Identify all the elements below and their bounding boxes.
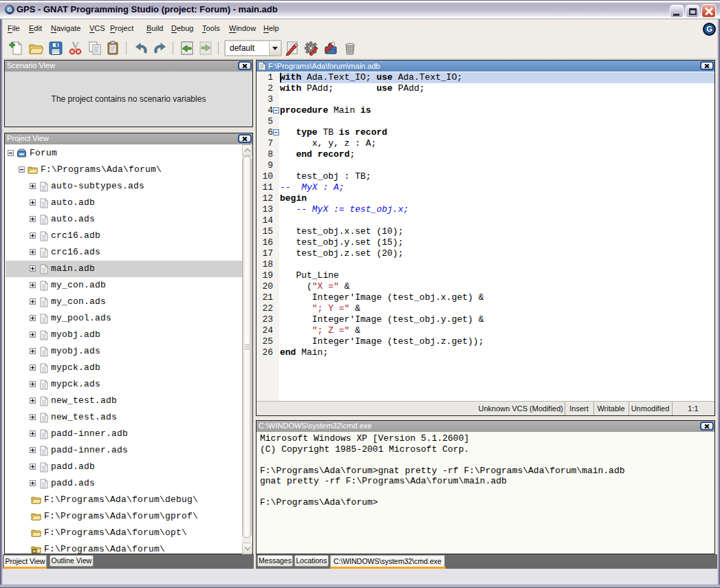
svg-text:o: o: [33, 549, 35, 554]
